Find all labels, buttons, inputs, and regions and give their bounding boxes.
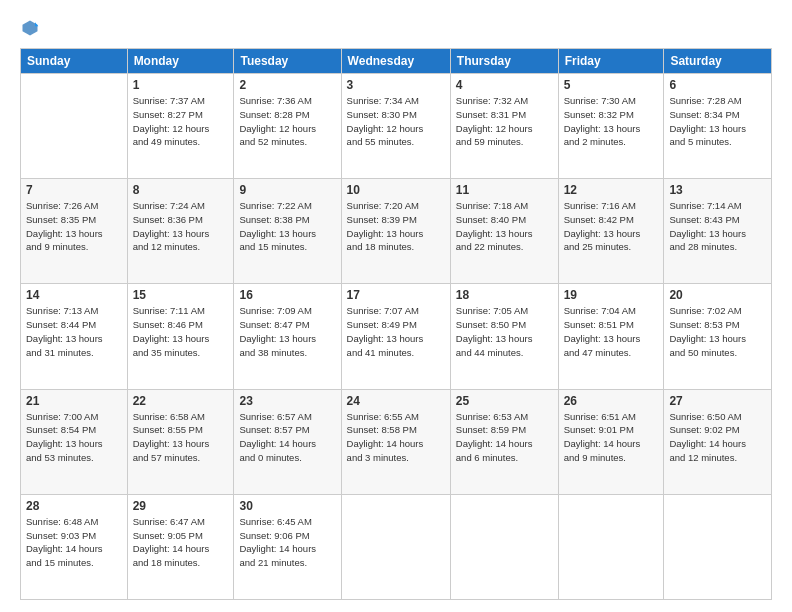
calendar-cell: 14Sunrise: 7:13 AMSunset: 8:44 PMDayligh…: [21, 284, 128, 389]
day-info: Sunrise: 7:02 AMSunset: 8:53 PMDaylight:…: [669, 304, 766, 359]
calendar-cell: 10Sunrise: 7:20 AMSunset: 8:39 PMDayligh…: [341, 179, 450, 284]
calendar-cell: 30Sunrise: 6:45 AMSunset: 9:06 PMDayligh…: [234, 494, 341, 599]
day-info: Sunrise: 7:16 AMSunset: 8:42 PMDaylight:…: [564, 199, 659, 254]
day-number: 1: [133, 78, 229, 92]
calendar-cell: [558, 494, 664, 599]
calendar-cell: 27Sunrise: 6:50 AMSunset: 9:02 PMDayligh…: [664, 389, 772, 494]
calendar-cell: [21, 74, 128, 179]
calendar-cell: 5Sunrise: 7:30 AMSunset: 8:32 PMDaylight…: [558, 74, 664, 179]
day-number: 3: [347, 78, 445, 92]
day-number: 8: [133, 183, 229, 197]
day-number: 18: [456, 288, 553, 302]
week-row-5: 28Sunrise: 6:48 AMSunset: 9:03 PMDayligh…: [21, 494, 772, 599]
day-number: 26: [564, 394, 659, 408]
day-number: 16: [239, 288, 335, 302]
calendar-cell: 29Sunrise: 6:47 AMSunset: 9:05 PMDayligh…: [127, 494, 234, 599]
day-info: Sunrise: 7:00 AMSunset: 8:54 PMDaylight:…: [26, 410, 122, 465]
calendar-cell: 6Sunrise: 7:28 AMSunset: 8:34 PMDaylight…: [664, 74, 772, 179]
day-info: Sunrise: 7:05 AMSunset: 8:50 PMDaylight:…: [456, 304, 553, 359]
calendar-cell: 8Sunrise: 7:24 AMSunset: 8:36 PMDaylight…: [127, 179, 234, 284]
calendar-cell: 23Sunrise: 6:57 AMSunset: 8:57 PMDayligh…: [234, 389, 341, 494]
day-info: Sunrise: 7:32 AMSunset: 8:31 PMDaylight:…: [456, 94, 553, 149]
calendar-cell: 11Sunrise: 7:18 AMSunset: 8:40 PMDayligh…: [450, 179, 558, 284]
calendar-cell: [450, 494, 558, 599]
day-number: 9: [239, 183, 335, 197]
day-number: 27: [669, 394, 766, 408]
day-number: 6: [669, 78, 766, 92]
day-info: Sunrise: 6:55 AMSunset: 8:58 PMDaylight:…: [347, 410, 445, 465]
calendar-cell: 3Sunrise: 7:34 AMSunset: 8:30 PMDaylight…: [341, 74, 450, 179]
calendar-cell: 28Sunrise: 6:48 AMSunset: 9:03 PMDayligh…: [21, 494, 128, 599]
day-info: Sunrise: 7:09 AMSunset: 8:47 PMDaylight:…: [239, 304, 335, 359]
general-blue-icon: [20, 18, 40, 38]
day-info: Sunrise: 6:51 AMSunset: 9:01 PMDaylight:…: [564, 410, 659, 465]
day-info: Sunrise: 7:36 AMSunset: 8:28 PMDaylight:…: [239, 94, 335, 149]
weekday-header-row: SundayMondayTuesdayWednesdayThursdayFrid…: [21, 49, 772, 74]
calendar-cell: 19Sunrise: 7:04 AMSunset: 8:51 PMDayligh…: [558, 284, 664, 389]
day-number: 10: [347, 183, 445, 197]
calendar-cell: 2Sunrise: 7:36 AMSunset: 8:28 PMDaylight…: [234, 74, 341, 179]
calendar-cell: 25Sunrise: 6:53 AMSunset: 8:59 PMDayligh…: [450, 389, 558, 494]
day-info: Sunrise: 7:18 AMSunset: 8:40 PMDaylight:…: [456, 199, 553, 254]
day-number: 5: [564, 78, 659, 92]
day-number: 21: [26, 394, 122, 408]
day-info: Sunrise: 7:26 AMSunset: 8:35 PMDaylight:…: [26, 199, 122, 254]
day-info: Sunrise: 6:45 AMSunset: 9:06 PMDaylight:…: [239, 515, 335, 570]
day-number: 13: [669, 183, 766, 197]
day-info: Sunrise: 7:28 AMSunset: 8:34 PMDaylight:…: [669, 94, 766, 149]
day-number: 30: [239, 499, 335, 513]
day-info: Sunrise: 7:30 AMSunset: 8:32 PMDaylight:…: [564, 94, 659, 149]
day-info: Sunrise: 7:22 AMSunset: 8:38 PMDaylight:…: [239, 199, 335, 254]
day-info: Sunrise: 7:07 AMSunset: 8:49 PMDaylight:…: [347, 304, 445, 359]
day-number: 29: [133, 499, 229, 513]
day-info: Sunrise: 7:14 AMSunset: 8:43 PMDaylight:…: [669, 199, 766, 254]
calendar-cell: 26Sunrise: 6:51 AMSunset: 9:01 PMDayligh…: [558, 389, 664, 494]
day-info: Sunrise: 7:20 AMSunset: 8:39 PMDaylight:…: [347, 199, 445, 254]
weekday-header-friday: Friday: [558, 49, 664, 74]
calendar-cell: [341, 494, 450, 599]
calendar-cell: 21Sunrise: 7:00 AMSunset: 8:54 PMDayligh…: [21, 389, 128, 494]
weekday-header-saturday: Saturday: [664, 49, 772, 74]
calendar-cell: 22Sunrise: 6:58 AMSunset: 8:55 PMDayligh…: [127, 389, 234, 494]
weekday-header-thursday: Thursday: [450, 49, 558, 74]
day-number: 25: [456, 394, 553, 408]
calendar-cell: 12Sunrise: 7:16 AMSunset: 8:42 PMDayligh…: [558, 179, 664, 284]
day-number: 14: [26, 288, 122, 302]
calendar-cell: 17Sunrise: 7:07 AMSunset: 8:49 PMDayligh…: [341, 284, 450, 389]
day-info: Sunrise: 6:53 AMSunset: 8:59 PMDaylight:…: [456, 410, 553, 465]
calendar-cell: 4Sunrise: 7:32 AMSunset: 8:31 PMDaylight…: [450, 74, 558, 179]
logo: [20, 18, 42, 38]
calendar-cell: 18Sunrise: 7:05 AMSunset: 8:50 PMDayligh…: [450, 284, 558, 389]
calendar-cell: 7Sunrise: 7:26 AMSunset: 8:35 PMDaylight…: [21, 179, 128, 284]
day-number: 11: [456, 183, 553, 197]
calendar-cell: [664, 494, 772, 599]
day-info: Sunrise: 6:58 AMSunset: 8:55 PMDaylight:…: [133, 410, 229, 465]
week-row-2: 7Sunrise: 7:26 AMSunset: 8:35 PMDaylight…: [21, 179, 772, 284]
day-info: Sunrise: 6:48 AMSunset: 9:03 PMDaylight:…: [26, 515, 122, 570]
day-number: 22: [133, 394, 229, 408]
day-number: 12: [564, 183, 659, 197]
day-number: 7: [26, 183, 122, 197]
day-number: 20: [669, 288, 766, 302]
day-info: Sunrise: 6:50 AMSunset: 9:02 PMDaylight:…: [669, 410, 766, 465]
calendar-cell: 15Sunrise: 7:11 AMSunset: 8:46 PMDayligh…: [127, 284, 234, 389]
day-number: 24: [347, 394, 445, 408]
day-number: 4: [456, 78, 553, 92]
weekday-header-tuesday: Tuesday: [234, 49, 341, 74]
day-info: Sunrise: 6:57 AMSunset: 8:57 PMDaylight:…: [239, 410, 335, 465]
week-row-4: 21Sunrise: 7:00 AMSunset: 8:54 PMDayligh…: [21, 389, 772, 494]
weekday-header-sunday: Sunday: [21, 49, 128, 74]
day-info: Sunrise: 7:24 AMSunset: 8:36 PMDaylight:…: [133, 199, 229, 254]
calendar-cell: 20Sunrise: 7:02 AMSunset: 8:53 PMDayligh…: [664, 284, 772, 389]
calendar-cell: 16Sunrise: 7:09 AMSunset: 8:47 PMDayligh…: [234, 284, 341, 389]
calendar-cell: 24Sunrise: 6:55 AMSunset: 8:58 PMDayligh…: [341, 389, 450, 494]
calendar-cell: 1Sunrise: 7:37 AMSunset: 8:27 PMDaylight…: [127, 74, 234, 179]
weekday-header-wednesday: Wednesday: [341, 49, 450, 74]
day-info: Sunrise: 7:37 AMSunset: 8:27 PMDaylight:…: [133, 94, 229, 149]
page-header: [20, 18, 772, 38]
day-number: 28: [26, 499, 122, 513]
day-number: 17: [347, 288, 445, 302]
day-info: Sunrise: 7:04 AMSunset: 8:51 PMDaylight:…: [564, 304, 659, 359]
day-info: Sunrise: 7:13 AMSunset: 8:44 PMDaylight:…: [26, 304, 122, 359]
calendar-cell: 9Sunrise: 7:22 AMSunset: 8:38 PMDaylight…: [234, 179, 341, 284]
